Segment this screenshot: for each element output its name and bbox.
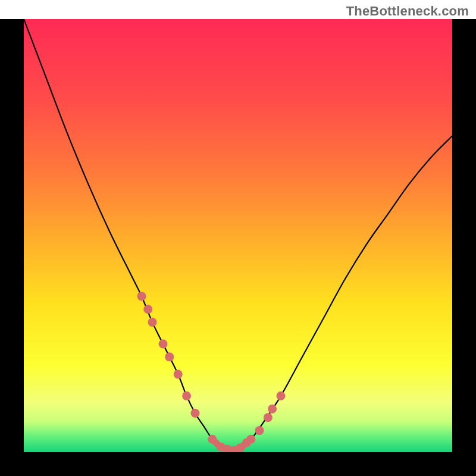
data-marker <box>143 305 152 314</box>
data-marker <box>277 392 286 400</box>
watermark-text: TheBottleneck.com <box>346 4 469 19</box>
chart-svg <box>24 19 452 452</box>
data-marker <box>246 435 255 444</box>
chart-background <box>24 19 452 452</box>
data-marker <box>159 340 168 349</box>
data-marker <box>208 435 217 444</box>
data-marker <box>264 413 273 422</box>
data-marker <box>174 369 183 378</box>
data-marker <box>182 392 191 400</box>
data-marker <box>268 405 277 414</box>
data-marker <box>148 318 157 327</box>
data-marker <box>255 426 264 435</box>
data-marker <box>191 409 200 418</box>
data-marker <box>137 292 146 300</box>
data-marker <box>165 352 174 361</box>
chart-plot-area <box>24 19 452 452</box>
